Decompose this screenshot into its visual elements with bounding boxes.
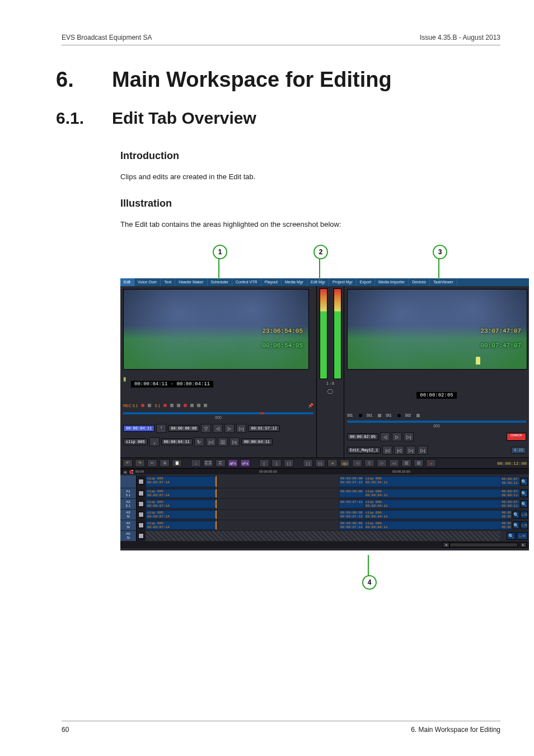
scroll-track[interactable] (449, 543, 518, 547)
tab-mediaimporter[interactable]: Media Importer (375, 278, 409, 286)
bracket-button[interactable]: [ ] (303, 459, 313, 467)
mark-in-icon[interactable]: ▮ (123, 376, 127, 382)
player-indicator-row: REC 5.1 5.1 📌 (123, 402, 313, 409)
zoom-icon[interactable]: 🔍 (513, 521, 519, 529)
next-frame-button[interactable]: ▷| (404, 432, 414, 441)
recorder-video[interactable]: 23:07:47:07 00:07:47:07 (347, 289, 527, 370)
redo-button[interactable]: ↷ (135, 459, 145, 467)
track-head[interactable]: A15.1 (120, 488, 137, 498)
recorder-panel: 23:07:47:07 00:07:47:07 00:00:02:05 St1 … (344, 286, 529, 458)
copy-button[interactable]: ⧉ (160, 459, 170, 467)
jump-prev-button[interactable]: |◁ (206, 437, 216, 446)
zoom-icon[interactable]: 🔍 (521, 478, 528, 486)
prev-frame-button[interactable]: ◁ (380, 432, 390, 441)
pin-icon[interactable]: 📌 (308, 403, 313, 408)
tab-controlvtr[interactable]: Control VTR (232, 278, 261, 286)
timeline-ruler[interactable]: ▤ 🧲 00:00 00:00;05.00 00:00;10.00 (120, 469, 529, 474)
tool-button[interactable]: ◁ (352, 459, 362, 467)
stream-label: St1 (386, 413, 392, 417)
monitor-icon[interactable]: 🖵 (327, 389, 333, 395)
prev-frame-button[interactable]: ◁ (213, 424, 223, 433)
paste-button[interactable]: 📋 (172, 459, 182, 467)
next-frame-button[interactable]: ▷| (236, 424, 246, 433)
scroll-left-button[interactable]: ◂ (443, 542, 449, 548)
tc-in-pill[interactable]: 00:00:04:11 (123, 425, 154, 432)
check-button[interactable]: CHECK (507, 433, 526, 441)
zoom-icon[interactable]: 🔍 (507, 532, 516, 540)
tool-button[interactable]: ⊏⊐ (203, 459, 213, 467)
tool-button[interactable]: ▯ (364, 459, 374, 467)
afx-button[interactable]: aFx (228, 459, 238, 467)
clip-name: clip 006 (366, 500, 500, 504)
tool-button[interactable]: o|o (340, 459, 350, 467)
tab-playout[interactable]: Playout (261, 278, 282, 286)
bracket-button[interactable]: [·] (315, 459, 325, 467)
timeline-total-tc: 00:00:12:00 (497, 461, 527, 466)
tab-export[interactable]: Export (357, 278, 375, 286)
track-checkbox[interactable] (138, 479, 144, 484)
track-checkbox[interactable] (138, 491, 144, 496)
stop-button[interactable]: ▯▯ (218, 437, 228, 446)
timeline-scrollbar[interactable]: ◂ ▸ (120, 542, 529, 548)
jump-start-button[interactable]: |◁ (382, 446, 392, 455)
tab-headermaker[interactable]: Header Maker (175, 278, 207, 286)
bracket-button[interactable]: ] (271, 459, 282, 467)
player-miniline[interactable] (123, 412, 313, 414)
ruler-end: 00:00;10.00 (392, 470, 410, 473)
tool-button[interactable]: ⟂ (191, 459, 201, 467)
jump-next-button[interactable]: ▷| (229, 437, 240, 446)
play-button[interactable]: ▷ (224, 424, 235, 433)
tab-voiceover[interactable]: Voice Over (134, 278, 161, 286)
step-back-button[interactable]: ▽ (201, 424, 211, 433)
scroll-right-button[interactable]: ▸ (520, 542, 527, 548)
jump-next-button[interactable]: ▷| (406, 446, 416, 455)
clip-tc: 00:00:07:14 (502, 511, 510, 515)
track-checkbox[interactable] (138, 501, 144, 507)
rec-tc-pill: 00:00:02:05 (347, 433, 378, 440)
track-checkbox[interactable] (138, 533, 144, 539)
view-button[interactable]: ▭ (389, 459, 399, 467)
track-head[interactable]: A4St (120, 520, 137, 530)
track-head[interactable]: A3St (120, 510, 137, 520)
recorder-miniline[interactable] (347, 421, 526, 423)
tab-mediamgr[interactable]: Media Mgr (282, 278, 307, 286)
track-head[interactable]: A25.1 (120, 499, 137, 509)
zoom-icon[interactable]: 🔍 (521, 500, 528, 508)
tool-button[interactable]: ▷ (377, 459, 387, 467)
tool-button[interactable]: ⊏ (216, 459, 226, 467)
mark-out-button[interactable]: ⸥ (149, 437, 160, 446)
zoom-icon[interactable]: 🔍 (521, 489, 528, 497)
undo-button[interactable]: ↶ (123, 459, 133, 467)
view-button[interactable]: ▥ (401, 459, 411, 467)
track-checkbox[interactable] (138, 512, 144, 517)
track-head[interactable]: A5St (120, 531, 137, 541)
track-checkbox[interactable] (138, 522, 144, 528)
tool-button[interactable]: ≡ (327, 459, 338, 467)
tab-taskviewer[interactable]: TaskViewer (430, 278, 457, 286)
tab-editmgr[interactable]: Edit Mgr (307, 278, 329, 286)
jump-prev-button[interactable]: |◁ (394, 446, 404, 455)
clip-tc: 00:00:07:14 (147, 504, 214, 508)
bracket-button[interactable]: [ (259, 459, 269, 467)
record-button[interactable]: ● (426, 459, 436, 467)
view-button[interactable]: ▥ (414, 459, 424, 467)
tab-text[interactable]: Text (161, 278, 175, 286)
tab-scheduler[interactable]: Scheduler (208, 278, 233, 286)
player-panel: 23:06:54:05 00:06:54:05 ▮ 00:00:04:11 - … (120, 286, 316, 458)
tab-projectmgr[interactable]: Project Mgr (329, 278, 357, 286)
tab-devices[interactable]: Devices (409, 278, 430, 286)
cut-button[interactable]: ✂ (147, 459, 157, 467)
jump-end-button[interactable]: ▷| (418, 446, 428, 455)
vfx-button[interactable]: vFx (240, 459, 250, 467)
player-video[interactable]: 23:06:54:05 00:06:54:05 (123, 289, 309, 370)
clip-tc: 00:00:04:11 (366, 493, 500, 497)
bracket-button[interactable]: [ ] (284, 459, 294, 467)
track-head-v[interactable] (120, 475, 137, 488)
clip-name: clip 005 (147, 477, 214, 480)
mark-in-button[interactable]: ⸢ (156, 424, 166, 433)
play-button[interactable]: ▷ (392, 432, 402, 441)
clip-tc: 00:00:00:00 (340, 511, 366, 515)
tab-edit[interactable]: Edit (120, 278, 134, 286)
zoom-icon[interactable]: 🔍 (513, 511, 519, 519)
loop-button[interactable]: ↻ (194, 437, 204, 446)
